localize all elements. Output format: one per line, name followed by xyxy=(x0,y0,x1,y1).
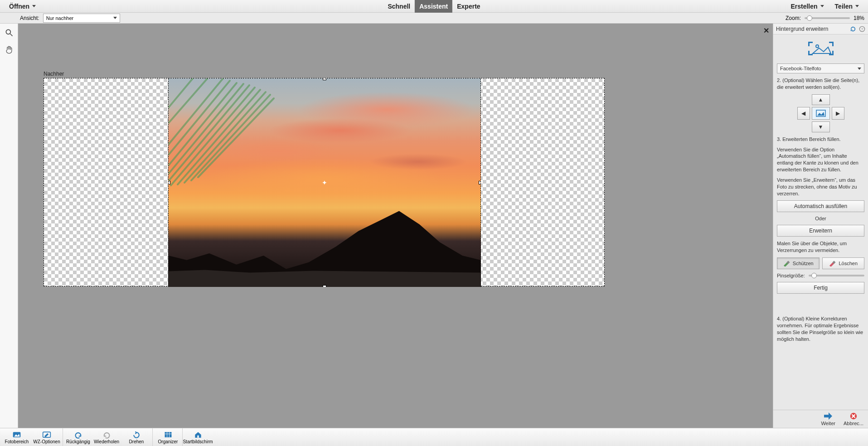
view-toolbar: Ansicht: Nur nachher Zoom: 18% xyxy=(0,13,868,24)
home-icon xyxy=(194,431,203,439)
view-select-value: Nur nachher xyxy=(46,15,74,21)
step-3-p1: Verwenden Sie die Option „Automatisch fü… xyxy=(777,146,864,173)
hand-tool[interactable] xyxy=(3,44,15,56)
rotate-button[interactable]: Drehen xyxy=(122,428,150,446)
extend-left-button[interactable]: ◀ xyxy=(797,107,810,120)
organizer-button[interactable]: Organizer xyxy=(152,428,180,446)
reset-icon[interactable] xyxy=(850,26,856,32)
svg-point-16 xyxy=(816,45,819,48)
next-button[interactable]: Weiter xyxy=(821,412,835,426)
extend-center-icon xyxy=(812,107,830,120)
transform-handle-bottom[interactable] xyxy=(323,285,326,287)
tool-options-icon xyxy=(42,431,51,439)
zoom-tool[interactable] xyxy=(3,26,15,39)
auto-fill-button[interactable]: Automatisch ausfüllen xyxy=(777,200,864,212)
photo-content: ✦ xyxy=(168,78,481,287)
caret-down-icon xyxy=(820,5,824,7)
brush-red-icon xyxy=(829,260,836,267)
brush-size-slider[interactable] xyxy=(809,275,864,276)
step-2-text: 2. (Optional) Wählen Sie die Seite(n), d… xyxy=(777,77,864,91)
extend-button[interactable]: Erweitern xyxy=(777,225,864,237)
extend-right-button[interactable]: ▶ xyxy=(832,107,844,120)
delete-button[interactable]: Löschen xyxy=(822,257,865,269)
svg-line-2 xyxy=(168,78,223,183)
tab-quick[interactable]: Schnell xyxy=(383,0,415,13)
open-menu[interactable]: Öffnen xyxy=(5,0,40,12)
preset-value: Facebook-Titelfoto xyxy=(780,66,821,71)
view-select[interactable]: Nur nachher xyxy=(43,14,120,23)
panel-title: Hintergrund erweitern xyxy=(776,26,828,32)
create-menu[interactable]: Erstellen xyxy=(786,0,828,12)
magnifier-icon xyxy=(5,28,14,37)
guided-panel: Hintergrund erweitern ? Facebook-Titelfo… xyxy=(773,24,868,428)
zoom-label: Zoom: xyxy=(786,15,801,21)
step-3-title: 3. Erweiterten Bereich füllen. xyxy=(777,136,864,143)
undo-button[interactable]: Rückgängig xyxy=(63,428,91,446)
tab-expert[interactable]: Experte xyxy=(452,0,485,13)
photo-bin-icon xyxy=(12,431,21,439)
extend-up-button[interactable]: ▲ xyxy=(812,94,830,105)
rotate-icon xyxy=(132,431,141,439)
extend-down-button[interactable]: ▼ xyxy=(812,121,830,132)
redo-icon xyxy=(102,431,111,439)
panel-header: Hintergrund erweitern ? xyxy=(773,24,868,34)
redo-button[interactable]: Wiederholen xyxy=(92,428,121,446)
share-menu[interactable]: Teilen xyxy=(830,0,863,12)
organizer-icon xyxy=(164,431,173,439)
main-area: ✕ Nachher xyxy=(0,24,868,428)
svg-point-0 xyxy=(6,29,10,34)
help-icon[interactable]: ? xyxy=(859,26,865,32)
transform-handle-left[interactable] xyxy=(168,181,170,184)
done-button[interactable]: Fertig xyxy=(777,282,864,294)
paint-hint: Malen Sie über die Objekte, um Verzerrun… xyxy=(777,240,864,254)
cancel-icon xyxy=(849,412,858,420)
svg-rect-25 xyxy=(165,432,171,437)
step-4-text: 4. (Optional) Kleine Korrekturen vornehm… xyxy=(777,315,864,342)
view-label: Ansicht: xyxy=(20,15,39,21)
cancel-button[interactable]: Abbrec... xyxy=(844,412,863,426)
svg-text:?: ? xyxy=(861,27,863,31)
open-label: Öffnen xyxy=(9,3,29,10)
zoom-slider[interactable] xyxy=(805,17,850,19)
zoom-slider-thumb[interactable] xyxy=(807,15,812,21)
bottom-taskbar: Fotobereich WZ-Optionen Rückgängig Wiede… xyxy=(0,428,868,446)
extend-direction-pad: ▲ ◀ ▶ ▼ xyxy=(797,94,844,132)
brush-green-icon xyxy=(783,260,790,267)
caret-down-icon xyxy=(858,68,861,70)
svg-line-12 xyxy=(168,78,209,165)
or-label: Oder xyxy=(777,216,864,221)
canvas-label: Nachher xyxy=(44,71,64,77)
brush-slider-thumb[interactable] xyxy=(811,273,817,278)
brush-size-label: Pinselgröße: xyxy=(777,273,805,278)
close-document-button[interactable]: ✕ xyxy=(763,26,769,35)
canvas-area[interactable]: ✕ Nachher xyxy=(18,24,773,428)
fotobereich-button[interactable]: Fotobereich xyxy=(3,428,31,446)
extend-background-icon xyxy=(806,40,835,57)
document-frame[interactable]: ✦ xyxy=(44,78,605,286)
protect-button[interactable]: Schützen xyxy=(777,257,820,269)
tab-assistant[interactable]: Assistent xyxy=(415,0,452,13)
mountain-silhouette xyxy=(169,193,480,287)
zoom-value: 18% xyxy=(853,15,864,21)
svg-line-1 xyxy=(10,34,12,36)
preset-select[interactable]: Facebook-Titelfoto xyxy=(777,63,864,73)
home-button[interactable]: Startbildschirm xyxy=(182,428,210,446)
panel-footer: Weiter Abbrec... xyxy=(773,410,868,428)
top-menu-bar: Öffnen Schnell Assistent Experte Erstell… xyxy=(0,0,868,13)
caret-down-icon xyxy=(32,5,36,7)
undo-icon xyxy=(74,431,83,439)
transform-center-icon: ✦ xyxy=(322,179,327,186)
tool-options-button[interactable]: WZ-Optionen xyxy=(33,428,61,446)
caret-down-icon xyxy=(113,17,117,19)
transform-handle-top[interactable] xyxy=(323,78,326,80)
svg-rect-29 xyxy=(197,435,199,437)
arrow-right-icon xyxy=(823,412,833,420)
caret-down-icon xyxy=(855,5,859,7)
protect-scribble xyxy=(168,78,277,192)
tool-strip xyxy=(0,24,18,428)
step-3-p2: Verwenden Sie „Erweitern“, um das Foto z… xyxy=(777,177,864,197)
hand-icon xyxy=(5,45,14,54)
transform-handle-right[interactable] xyxy=(479,181,481,184)
